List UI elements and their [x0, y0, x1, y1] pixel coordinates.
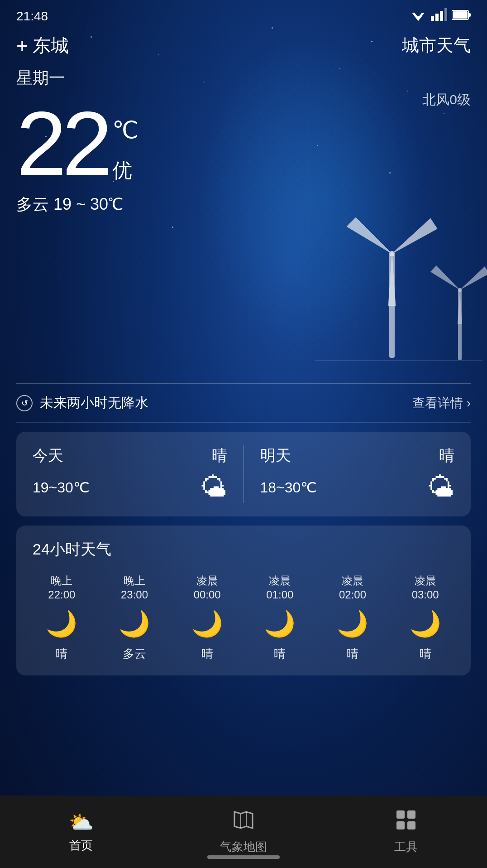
- signal-icon: [431, 8, 447, 24]
- detail-label: 查看详情: [412, 395, 463, 412]
- chevron-right-icon: ›: [467, 396, 471, 410]
- page-title: 城市天气: [402, 34, 471, 57]
- nav-icon-map: [233, 809, 254, 835]
- nav-label-tools: 工具: [394, 839, 418, 855]
- precipitation-text: 未来两小时无降水: [40, 394, 148, 412]
- hour-time-3: 凌晨01:00: [266, 574, 293, 602]
- svg-rect-8: [468, 13, 471, 17]
- svg-rect-19: [407, 810, 415, 819]
- temperature-row: 22 ℃ 优: [16, 98, 471, 189]
- today-header: 今天 晴: [33, 445, 227, 466]
- hour-time-4: 凌晨02:00: [339, 574, 366, 602]
- wind-label: 北风0级: [422, 91, 471, 109]
- today-forecast: 今天 晴 19~30℃ 🌤: [33, 445, 244, 503]
- air-quality: 优: [112, 157, 138, 184]
- hour-item-0: 晚上22:00 🌙 晴: [25, 574, 98, 662]
- tomorrow-label: 明天: [260, 445, 291, 466]
- tomorrow-condition: 晴: [439, 445, 454, 466]
- hour-icon-2: 🌙: [191, 609, 223, 639]
- svg-rect-20: [396, 821, 405, 829]
- svg-rect-9: [453, 11, 468, 19]
- today-body: 19~30℃ 🌤: [33, 472, 227, 503]
- tomorrow-header: 明天 晴: [260, 445, 455, 466]
- hour-icon-4: 🌙: [337, 609, 368, 639]
- nav-label-home: 首页: [69, 838, 93, 854]
- nav-label-map: 气象地图: [220, 839, 267, 855]
- day-label: 星期一: [16, 67, 471, 89]
- hour-desc-0: 晴: [56, 646, 67, 662]
- wifi-icon: [410, 8, 426, 24]
- nav-item-map[interactable]: 气象地图: [162, 809, 325, 855]
- tomorrow-temp: 18~30℃: [260, 479, 317, 496]
- hour-time-1: 晚上23:00: [121, 574, 148, 602]
- tomorrow-icon: 🌤: [427, 472, 454, 503]
- nav-item-tools[interactable]: 工具: [325, 809, 487, 855]
- hour-item-2: 凌晨00:00 🌙 晴: [171, 574, 244, 662]
- today-label: 今天: [33, 445, 63, 466]
- svg-rect-6: [444, 8, 447, 21]
- hourly-list: 晚上22:00 🌙 晴 晚上23:00 🌙 多云 凌晨00:00 🌙 晴 凌晨0…: [25, 574, 462, 662]
- precipitation-detail-link[interactable]: 查看详情 ›: [412, 395, 471, 412]
- hour-item-4: 凌晨02:00 🌙 晴: [316, 574, 389, 662]
- app-header: + 东城 城市天气: [0, 29, 487, 58]
- location-button[interactable]: + 东城: [16, 33, 69, 58]
- nav-icon-home: ⛅: [69, 810, 94, 834]
- weather-description: 多云 19 ~ 30℃: [16, 193, 471, 216]
- svg-rect-18: [396, 810, 405, 819]
- hour-time-0: 晚上22:00: [48, 574, 75, 602]
- hour-time-5: 凌晨03:00: [412, 574, 439, 602]
- today-condition: 晴: [212, 445, 227, 466]
- hour-item-5: 凌晨03:00 🌙 晴: [389, 574, 462, 662]
- hour-desc-5: 晴: [420, 646, 431, 662]
- status-time: 21:48: [16, 9, 48, 24]
- hourly-title: 24小时天气: [25, 539, 462, 560]
- svg-rect-21: [407, 821, 415, 829]
- precipitation-info: ↺ 未来两小时无降水: [16, 394, 148, 412]
- hour-icon-3: 🌙: [264, 609, 296, 639]
- tomorrow-body: 18~30℃ 🌤: [260, 472, 455, 503]
- nav-icon-tools: [395, 809, 417, 835]
- hour-icon-0: 🌙: [46, 609, 77, 639]
- svg-rect-4: [435, 14, 439, 21]
- bottom-home-indicator: [207, 855, 280, 859]
- temperature-value: 22: [16, 98, 108, 189]
- hour-item-3: 凌晨01:00 🌙 晴: [244, 574, 316, 662]
- svg-marker-15: [234, 812, 253, 828]
- add-location-icon: +: [16, 34, 28, 57]
- two-day-forecast: 今天 晴 19~30℃ 🌤 明天 晴 18~30℃ 🌤: [16, 432, 471, 516]
- battery-icon: [452, 9, 471, 24]
- hour-desc-4: 晴: [347, 646, 358, 662]
- celsius-unit: ℃: [112, 116, 138, 144]
- hour-item-1: 晚上23:00 🌙 多云: [98, 574, 171, 662]
- tomorrow-forecast: 明天 晴 18~30℃ 🌤: [260, 445, 455, 503]
- main-weather-section: 星期一 22 ℃ 优 多云 19 ~ 30℃: [0, 58, 487, 216]
- hour-desc-2: 晴: [201, 646, 213, 662]
- hour-desc-1: 多云: [123, 646, 146, 662]
- hour-icon-1: 🌙: [119, 609, 150, 639]
- nav-item-home[interactable]: ⛅ 首页: [0, 810, 162, 854]
- hour-desc-3: 晴: [274, 646, 286, 662]
- svg-marker-2: [415, 16, 422, 21]
- precipitation-bar[interactable]: ↺ 未来两小时无降水 查看详情 ›: [16, 383, 471, 423]
- temp-meta: ℃ 优: [112, 116, 138, 184]
- city-name: 东城: [33, 33, 69, 58]
- precipitation-icon: ↺: [16, 395, 33, 411]
- svg-rect-5: [440, 11, 443, 21]
- hour-icon-5: 🌙: [410, 609, 441, 639]
- status-icons: [410, 8, 471, 24]
- status-bar: 21:48: [0, 0, 487, 29]
- today-icon: 🌤: [200, 472, 227, 503]
- hourly-weather-section: 24小时天气 晚上22:00 🌙 晴 晚上23:00 🌙 多云 凌晨00:00 …: [16, 526, 471, 675]
- svg-rect-3: [431, 16, 434, 21]
- today-temp: 19~30℃: [33, 479, 90, 496]
- hour-time-2: 凌晨00:00: [194, 574, 221, 602]
